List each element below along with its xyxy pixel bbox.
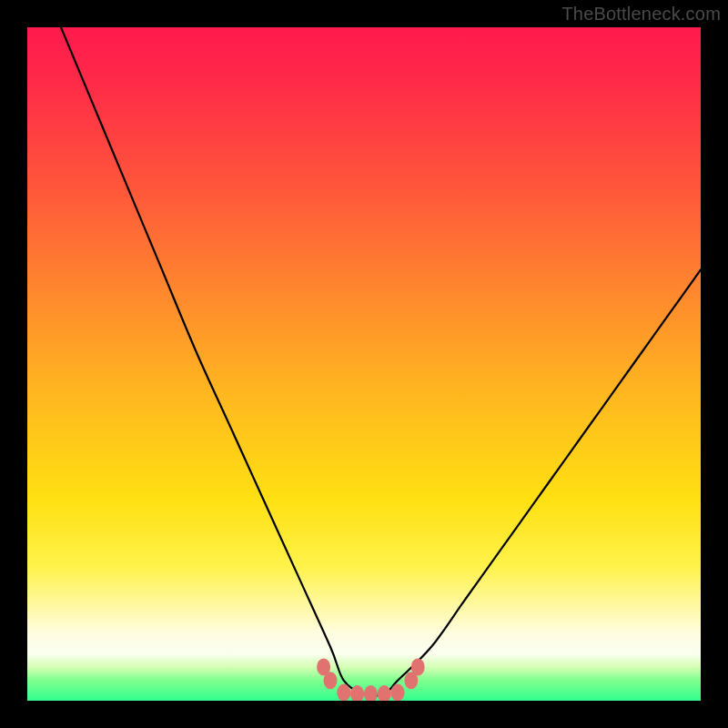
- plot-area: [27, 27, 701, 701]
- chart-frame: TheBottleneck.com: [0, 0, 728, 728]
- watermark-text: TheBottleneck.com: [561, 4, 721, 25]
